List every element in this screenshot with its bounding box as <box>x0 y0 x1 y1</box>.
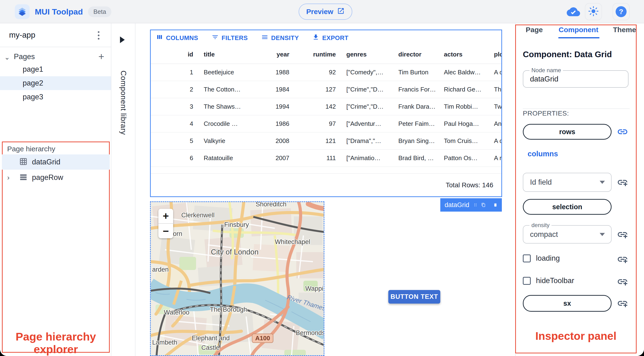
component-library-label: Component library <box>119 70 128 135</box>
properties-label: PROPERTIES: <box>523 110 569 117</box>
hidetoolbar-checkbox-row[interactable]: hideToolbar <box>523 276 574 285</box>
column-header[interactable]: runtime <box>294 45 341 64</box>
add-link-icon[interactable] <box>617 276 628 287</box>
table-cell: A dr <box>489 132 501 149</box>
table-cell: Tim Robbi… <box>439 98 489 115</box>
column-header[interactable]: actors <box>439 45 489 64</box>
component-library-panel[interactable]: Component library <box>111 23 136 356</box>
map-place-label: Whitechapel <box>275 238 310 246</box>
app-header-row: my-app <box>0 23 111 47</box>
table-cell: Valkyrie <box>198 132 248 149</box>
table-cell: 2007 <box>248 149 294 167</box>
column-header[interactable]: year <box>248 45 294 64</box>
divider <box>523 108 630 109</box>
light-mode-icon <box>588 6 599 17</box>
sidebar-page-item[interactable]: page2 <box>0 76 111 90</box>
expand-panel-icon[interactable] <box>120 36 125 43</box>
column-header[interactable]: genres <box>341 45 393 64</box>
table-row[interactable]: 1Beetlejuice198892["Comedy",…Tim BurtonA… <box>151 64 501 81</box>
sidebar: my-app ⌄ Pages + page1page2page3 Page hi… <box>0 23 111 356</box>
density-select[interactable]: density compact <box>523 225 612 244</box>
cloud-check-icon <box>567 6 580 17</box>
add-page-button[interactable]: + <box>98 51 104 62</box>
sidebar-page-item[interactable]: page3 <box>0 90 111 104</box>
table-row[interactable]: 4Crocodile …198697["Adventur…Peter Faim…… <box>151 115 501 132</box>
table-cell: Ratatouille <box>198 149 248 167</box>
filter-list-icon <box>212 33 219 42</box>
checkbox-unchecked-icon[interactable] <box>523 277 531 285</box>
table-cell: ["Crime","D… <box>341 81 393 98</box>
chevron-down-icon: ⌄ <box>4 53 10 61</box>
table-cell: The <box>489 81 501 98</box>
theme-toggle-button[interactable] <box>585 3 602 20</box>
drag-handle-icon[interactable] <box>474 201 477 209</box>
duplicate-icon[interactable] <box>481 201 486 209</box>
link-icon[interactable] <box>617 126 628 137</box>
toolpad-logo-icon <box>15 4 30 19</box>
delete-icon[interactable] <box>493 201 498 209</box>
add-link-icon[interactable] <box>617 229 628 240</box>
app-name: my-app <box>9 30 35 39</box>
page-hierarchy-title: Page hierarchy <box>7 145 55 153</box>
app-menu-button[interactable] <box>93 29 104 41</box>
tab-component[interactable]: Component <box>558 26 598 34</box>
column-header[interactable]: director <box>393 45 439 64</box>
table-cell: 1984 <box>248 81 294 98</box>
preview-button[interactable]: Preview <box>299 3 352 20</box>
rows-property-button[interactable]: rows <box>523 124 612 140</box>
table-cell: Tom Cruis… <box>439 132 489 149</box>
pages-tree-header[interactable]: ⌄ Pages + <box>0 50 111 64</box>
page-canvas: COLUMNS FILTERS DENSITY EXPORT <box>136 23 515 356</box>
table-row[interactable]: 6Ratatouille2007111["Animatio…Brad Bird,… <box>151 149 501 167</box>
canvas-button-component[interactable]: BUTTON TEXT <box>388 290 440 304</box>
page-row-icon <box>19 173 28 182</box>
table-cell: Richard Ge… <box>439 81 489 98</box>
sidebar-page-item[interactable]: page1 <box>0 62 111 76</box>
column-header[interactable]: plot <box>489 45 501 64</box>
zoom-out-button[interactable]: − <box>158 224 173 238</box>
checkbox-unchecked-icon[interactable] <box>523 255 531 262</box>
active-tab-indicator <box>558 37 600 38</box>
column-header[interactable]: id <box>151 45 198 64</box>
table-row[interactable]: 5Valkyrie2008121["Drama","…Bryan Sing…To… <box>151 132 501 149</box>
table-cell: Bryan Sing… <box>393 132 439 149</box>
preview-button-label: Preview <box>306 8 333 16</box>
export-button[interactable]: EXPORT <box>311 33 350 43</box>
help-icon: ? <box>616 6 626 17</box>
table-cell: 6 <box>151 149 198 167</box>
filters-button[interactable]: FILTERS <box>210 33 249 43</box>
column-header[interactable]: title <box>198 45 248 64</box>
table-cell: 97 <box>294 115 341 132</box>
zoom-in-button[interactable]: + <box>158 209 173 223</box>
density-button[interactable]: DENSITY <box>260 33 300 43</box>
columns-button[interactable]: COLUMNS <box>154 33 200 43</box>
selection-property-button[interactable]: selection <box>523 199 612 215</box>
sx-property-button[interactable]: sx <box>523 295 612 312</box>
node-name-field[interactable]: Node name dataGrid <box>523 70 628 88</box>
hierarchy-item-pagerow[interactable]: › pageRow <box>2 171 110 184</box>
add-link-icon[interactable] <box>617 177 628 188</box>
tab-page[interactable]: Page <box>526 26 543 34</box>
table-cell: 2 <box>151 81 198 98</box>
view-columns-icon <box>156 33 163 42</box>
hierarchy-item-datagrid[interactable]: dataGrid <box>2 154 110 170</box>
add-link-icon[interactable] <box>617 254 628 265</box>
loading-checkbox-row[interactable]: loading <box>523 254 560 263</box>
map-component[interactable]: ClerkenwellShoreditchFinsburybornCity of… <box>150 201 324 356</box>
add-link-icon[interactable] <box>617 298 628 309</box>
tab-theme[interactable]: Theme <box>613 26 636 34</box>
table-cell: ["Animatio… <box>341 149 393 167</box>
table-row[interactable]: 2The Cotton…1984127["Crime","D…Francis F… <box>151 81 501 98</box>
table-row[interactable]: 3The Shaws…1994142["Crime","D…Frank Dara… <box>151 98 501 115</box>
id-field-select[interactable]: Id field <box>523 173 612 192</box>
selection-badge[interactable]: dataGrid <box>440 198 502 212</box>
columns-property-link[interactable]: columns <box>528 150 558 158</box>
datagrid-component[interactable]: COLUMNS FILTERS DENSITY EXPORT <box>150 29 502 197</box>
download-icon <box>312 33 320 42</box>
map-place-label: City of London <box>211 248 258 256</box>
pages-label: Pages <box>14 52 35 61</box>
sync-status-button[interactable] <box>565 3 582 20</box>
data-grid-icon <box>19 157 28 167</box>
node-name-value: dataGrid <box>530 75 558 83</box>
help-button[interactable]: ? <box>612 3 630 20</box>
